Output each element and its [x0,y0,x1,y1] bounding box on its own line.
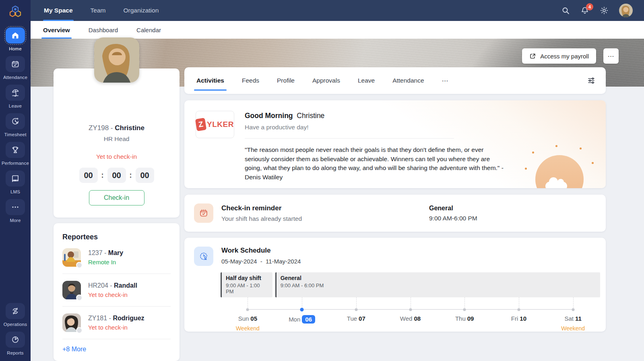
notification-count-badge: 4 [586,3,593,10]
reportee-status: Yet to check-in [88,291,137,298]
settings-gear-icon[interactable] [600,6,609,15]
check-in-button[interactable]: Check-in [89,190,144,205]
timer-minutes: 00 [107,168,126,183]
greeting-card: Z YLKER Good Morning Christine Have a pr… [184,100,606,188]
tab-leave[interactable]: Leave [358,67,375,94]
sidebar-label: Home [9,46,21,51]
employee-id-name: ZY198 - Christine [62,124,171,132]
reminder-calendar-icon [194,203,213,223]
shift-name: General [429,205,477,212]
checkin-reminder-card: Check-in reminder Your shift has already… [184,195,606,232]
presence-dot [76,327,83,334]
banner-more-button[interactable]: ⋯ [603,48,619,64]
reportees-more-link[interactable]: +8 More [62,346,86,353]
notifications-bell-icon[interactable]: 4 [580,6,589,15]
tab-calendar[interactable]: Calendar [136,21,161,39]
sidebar: Home Attendance Leave [0,0,31,361]
reportee-avatar [62,248,81,267]
main-area: My Space Team Organization 4 [31,0,644,361]
home-icon [11,31,20,40]
greeting-subtitle: Have a productive day! [245,124,606,131]
topnav-team[interactable]: Team [90,0,107,21]
sidebar-item-leave[interactable]: Leave [6,85,25,108]
external-link-icon [529,53,536,60]
sidebar-label: More [10,218,21,223]
tab-approvals[interactable]: Approvals [312,67,340,94]
pie-chart-icon [11,335,20,344]
sidebar-item-operations[interactable]: Operations [4,303,27,327]
zoho-people-logo-icon [7,4,23,20]
topnav-my-space[interactable]: My Space [43,0,74,21]
schedule-timeline: Half day shift 9:00 AM - 1:00 PM General… [221,272,600,332]
sidebar-item-lms[interactable]: LMS [6,170,25,194]
today-date-chip: 06 [302,315,315,324]
sidebar-label: Leave [9,104,22,108]
shift-time: 9:00 AM-6:00 PM [429,215,477,222]
tabs-overflow-button[interactable]: ⋯ [442,67,449,94]
timer-hours: 00 [79,168,98,183]
customize-sliders-icon[interactable] [587,77,595,85]
checkin-status: Yet to check-in [62,153,171,160]
book-icon [11,174,20,183]
schedule-clock-icon [194,247,213,266]
weekend-label: Weekend [221,325,275,332]
reportee-avatar [62,313,81,332]
sidebar-item-performance[interactable]: Performance [2,142,29,166]
quote-of-the-day: "The reason most people never reach thei… [245,145,506,182]
sidebar-label: LMS [10,189,20,194]
reportee-row[interactable]: ZY181 - Rodriguez Yet to check-in [62,307,171,339]
timer-seconds: 00 [136,168,154,183]
tab-overview[interactable]: Overview [43,21,70,39]
reportee-avatar [62,281,81,299]
shift-block-half-day[interactable]: Half day shift 9:00 AM - 1:00 PM [221,272,272,297]
top-navigation-bar: My Space Team Organization 4 [31,0,644,21]
operations-sync-icon [11,307,20,315]
reportee-status: Remote In [88,259,123,266]
day-fri: Fri10 [492,315,546,332]
today-dot [300,308,304,311]
sidebar-label: Performance [2,161,29,166]
topnav-organization[interactable]: Organization [122,0,159,21]
employee-profile-card: ZY198 - Christine HR Head Yet to check-i… [54,68,180,218]
employee-photo [94,37,139,83]
tab-profile[interactable]: Profile [277,67,295,94]
content-columns: ZY198 - Christine HR Head Yet to check-i… [31,67,644,361]
tab-attendance[interactable]: Attendance [392,67,424,94]
presence-dot [76,262,83,268]
work-schedule-card: Work Schedule 05-May-2024 - 11-May-2024 … [184,238,606,332]
shift-block-general[interactable]: General 9:00 AM - 6:00 PM [275,272,600,297]
employee-role: HR Head [62,135,171,143]
timer-icon [11,117,20,126]
tab-dashboard[interactable]: Dashboard [89,21,118,39]
reportee-row[interactable]: HR204 - Randall Yet to check-in [62,274,171,307]
schedule-title: Work Schedule [221,247,301,255]
reportee-row[interactable]: 1237 - Mary Remote In [62,241,171,274]
zylker-logo: Z YLKER [196,111,234,138]
sidebar-item-attendance[interactable]: Attendance [3,56,27,80]
reminder-title: Check-in reminder [221,204,302,212]
sidebar-label: Attendance [3,75,27,80]
secondary-navigation: Overview Dashboard Calendar [31,21,644,39]
day-thu: Thu09 [438,315,492,332]
day-mon-today: Mon06 [275,315,329,332]
tab-feeds[interactable]: Feeds [242,67,259,94]
umbrella-icon [11,88,20,97]
day-sat: Sat11 Weekend [546,315,600,332]
sidebar-label: Reports [7,351,24,355]
user-avatar[interactable] [619,4,633,17]
access-payroll-button[interactable]: Access my payroll [522,48,596,64]
sidebar-item-more[interactable]: More [6,199,25,223]
reportees-title: Reportees [62,233,171,241]
attendance-calendar-icon [11,60,20,68]
search-icon[interactable] [561,6,570,15]
reportee-status: Yet to check-in [88,324,144,331]
sidebar-item-reports[interactable]: Reports [6,332,25,355]
sidebar-item-timesheet[interactable]: Timesheet [4,113,26,137]
timeline-axis [221,308,600,311]
sidebar-item-home[interactable]: Home [6,27,25,51]
weekend-label: Weekend [546,325,600,332]
day-sun: Sun05 Weekend [221,315,275,332]
tab-activities[interactable]: Activities [196,67,224,94]
day-tue: Tue07 [329,315,383,332]
work-timer: 00 : 00 : 00 [62,168,171,183]
